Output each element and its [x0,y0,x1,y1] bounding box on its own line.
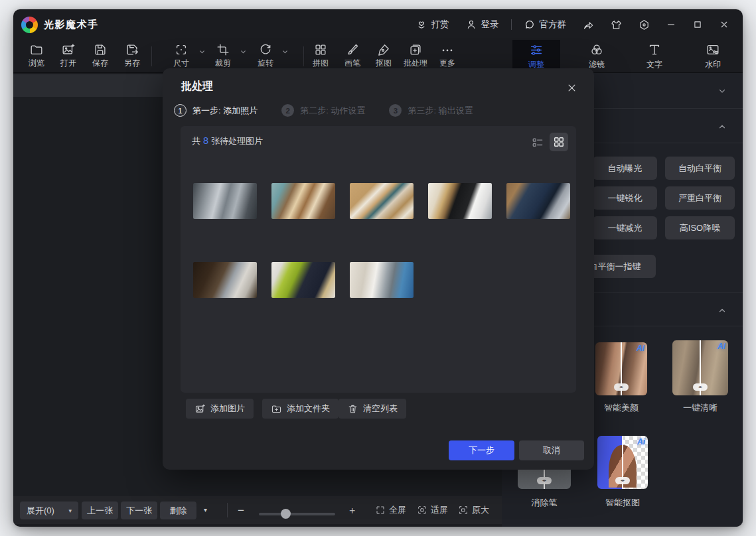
cancel-button[interactable]: 取消 [519,440,584,460]
ai-card-smart-matting[interactable]: Ai ◂▸ [597,436,648,489]
dropdown-triangle-icon: ▾ [68,507,72,514]
preset-auto-exposure[interactable]: 自动曝光 [593,157,657,180]
previous-image-button[interactable]: 上一张 [82,502,118,519]
original-size-button[interactable]: 原大 [458,504,489,516]
zoom-slider-track[interactable] [259,513,335,515]
clear-list-button[interactable]: 清空列表 [339,399,406,419]
maximize-button[interactable] [687,15,708,34]
zoom-slider-thumb[interactable] [281,509,291,519]
toolbar-save-as[interactable]: 另存 [116,42,148,72]
reward-heart-icon [416,19,427,31]
toolbar-matting[interactable]: 抠图 [368,42,400,72]
chevron-up-icon[interactable] [718,306,727,315]
toolbar-save-label: 保存 [92,59,108,67]
skin-button[interactable] [605,15,627,34]
thumbnail-pen-and-keyboard[interactable] [350,262,414,298]
fit-screen-button[interactable]: 适屏 [417,504,448,516]
batch-plus-icon [408,42,423,57]
step-add-photos[interactable]: 1 第一步: 添加照片 [174,104,258,117]
ai-card-label: 智能抠图 [594,497,651,509]
tab-watermark[interactable]: 水印 [689,40,737,73]
preset-severe-white-balance[interactable]: 严重白平衡 [665,186,735,210]
ai-card-label: 一键清晰 [672,402,728,414]
ai-badge: Ai [637,437,645,446]
chevron-up-icon[interactable] [718,122,727,131]
delete-image-button[interactable]: 删除 [160,502,196,519]
minimize-button[interactable] [660,15,682,34]
crop-dropdown-chevron[interactable] [240,48,247,56]
step-action-settings[interactable]: 2 第二步: 动作设置 [281,104,365,117]
compare-slider-handle[interactable]: ◂▸ [537,477,552,484]
next-step-button[interactable]: 下一步 [449,440,514,460]
thumbnail-desk-flatlay[interactable] [428,183,492,219]
thumbnail-craft-papers[interactable] [350,183,414,219]
toolbar-more[interactable]: 更多 [431,42,463,72]
tab-text[interactable]: 文字 [631,40,678,73]
toolbar-batch-process[interactable]: 批处理 [397,42,434,72]
list-view-toggle[interactable] [530,135,546,151]
zoom-in-button[interactable]: ＋ [347,505,357,515]
step-output-settings[interactable]: 3 第三步: 输出设置 [389,104,473,117]
tab-text-label: 文字 [646,59,662,70]
fullscreen-button[interactable]: 全屏 [375,504,406,516]
ai-card-smart-beauty[interactable]: Ai ◂▸ [595,342,647,395]
ai-card-label: 智能美颜 [595,402,647,414]
toolbar-divider [303,46,304,66]
delete-dropdown-triangle[interactable]: ▾ [204,507,207,513]
thumbnail-document-folders[interactable] [271,183,335,219]
tshirt-icon [610,19,623,31]
official-group-label: 官方群 [540,19,567,31]
resize-dropdown-chevron[interactable] [198,48,206,56]
chevron-down-icon[interactable] [718,86,727,96]
thumbnail-metal-binders[interactable] [193,183,257,219]
compare-slider-handle[interactable]: ◂▸ [615,477,630,484]
save-as-icon [125,42,139,57]
ellipsis-icon [440,42,455,57]
thumbnail-spiral-notebooks[interactable] [271,262,335,298]
preset-one-key-sharpen[interactable]: 一键锐化 [593,186,657,210]
reward-label: 打赏 [431,19,449,31]
rotate-dropdown-chevron[interactable] [281,48,289,56]
sliders-icon [529,42,544,57]
app-logo-icon [21,17,38,33]
toolbar-collage[interactable]: 拼图 [305,42,337,72]
close-window-button[interactable] [714,15,735,34]
toolbar-open-label: 打开 [60,59,76,67]
preset-one-key-dim[interactable]: 一键减光 [593,216,657,239]
toolbar-divider [151,46,152,66]
toolbar-crop[interactable]: 裁剪 [207,42,239,72]
thumbnail-dark-laptop[interactable] [193,262,257,298]
add-folder-button[interactable]: 添加文件夹 [262,399,339,419]
official-group-button[interactable]: 官方群 [518,15,572,34]
preset-high-iso-denoise[interactable]: 高ISO降噪 [665,216,735,239]
pen-nib-icon [376,42,391,57]
step-number: 2 [281,104,294,117]
toolbar-rotate[interactable]: 旋转 [250,42,281,72]
dialog-close-button[interactable] [562,78,581,97]
reward-button[interactable]: 打赏 [410,15,455,34]
grid-view-toggle[interactable] [550,133,568,151]
trash-icon [347,403,358,415]
preset-label: 自动曝光 [608,163,643,174]
toolbar-resize[interactable]: 尺寸 [165,42,197,72]
compare-slider-handle[interactable]: ◂▸ [614,383,629,391]
bottombar-divider [227,503,228,517]
ai-card-one-key-clarity[interactable]: Ai ◂▸ [672,340,728,395]
expand-filmstrip-button[interactable]: 展开(0) ▾ [20,502,78,519]
preset-label: 高ISO降噪 [680,222,720,234]
toolbar-brush[interactable]: 画笔 [337,42,368,72]
toolbar-batch-label: 抠图 [376,59,392,67]
thumbnail-laptop-typing[interactable] [506,183,570,219]
next-image-button[interactable]: 下一张 [121,502,157,519]
toolbar-save[interactable]: 保存 [84,42,116,72]
add-image-button[interactable]: 添加图片 [186,399,254,419]
toolbar-open[interactable]: 打开 [52,42,84,72]
close-icon [718,19,730,31]
zoom-out-button[interactable]: − [238,505,244,516]
login-button[interactable]: 登录 [460,15,504,34]
preset-auto-white-balance[interactable]: 自动白平衡 [665,157,735,180]
toolbar-browse[interactable]: 浏览 [21,42,52,72]
settings-button[interactable] [633,15,655,34]
compare-slider-handle[interactable]: ◂▸ [693,383,708,391]
share-button[interactable] [577,15,599,34]
